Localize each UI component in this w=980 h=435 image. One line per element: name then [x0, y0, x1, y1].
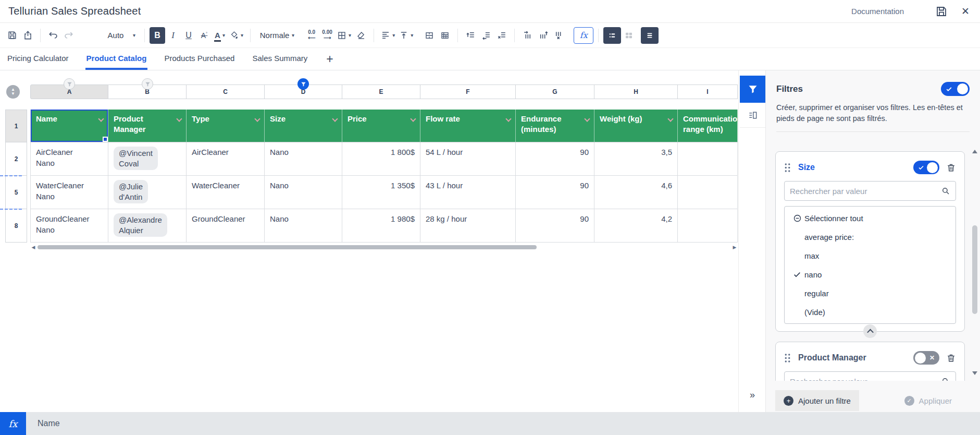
insert-column-left-button[interactable] [519, 27, 535, 44]
column-header-e[interactable]: E [342, 84, 420, 99]
merge-across-button[interactable] [437, 27, 453, 44]
trash-icon[interactable] [946, 353, 956, 363]
option-average-price[interactable]: average price: [785, 227, 956, 246]
drag-handle-icon[interactable] [784, 163, 791, 173]
add-sheet-button[interactable]: + [324, 48, 335, 70]
header-cell-endurance[interactable]: Endurance (minutes) [516, 110, 594, 142]
header-dropdown-icon[interactable] [410, 116, 416, 122]
select-all-icon[interactable]: ▲▼ [6, 85, 20, 99]
cell-i8[interactable] [678, 209, 738, 243]
collapse-card-button[interactable] [863, 324, 877, 338]
header-dropdown-icon[interactable] [332, 116, 338, 122]
insert-column-right-button[interactable] [535, 27, 551, 44]
scroll-right-icon[interactable]: ▶ [731, 245, 738, 250]
option-select-all[interactable]: Sélectionner tout [785, 209, 956, 227]
strikethrough-button[interactable]: A° [196, 27, 212, 44]
size-filter-toggle[interactable] [913, 161, 939, 174]
cell-h2[interactable]: 3,5 [594, 142, 678, 176]
delete-column-button[interactable] [551, 27, 566, 44]
view-cards-button[interactable] [621, 27, 637, 44]
formula-bar-value[interactable]: Name [38, 412, 60, 435]
cell-c8[interactable]: GroundCleaner [187, 209, 265, 243]
cell-e5[interactable]: 1 350$ [342, 176, 420, 209]
tab-pricing-calculator[interactable]: Pricing Calculator [6, 48, 70, 70]
insert-row-above-button[interactable] [463, 27, 478, 44]
header-dropdown-icon[interactable] [176, 116, 182, 122]
cell-d5[interactable]: Nano [265, 176, 342, 209]
cell-e2[interactable]: 1 800$ [342, 142, 420, 176]
close-icon[interactable]: ✕ [958, 4, 973, 19]
fill-handle[interactable] [103, 137, 108, 142]
row-header-8[interactable]: 8 [5, 209, 27, 243]
collapse-panel-icon[interactable]: » [739, 390, 766, 401]
underline-button[interactable]: U [181, 27, 196, 44]
scrollbar-track[interactable] [36, 244, 731, 250]
cell-g5[interactable]: 90 [516, 176, 594, 209]
header-dropdown-icon[interactable] [505, 116, 511, 122]
view-grid-button[interactable] [603, 27, 621, 44]
cell-g2[interactable]: 90 [516, 142, 594, 176]
filters-master-toggle[interactable] [941, 82, 970, 96]
column-header-i[interactable]: I [678, 84, 738, 99]
person-chip[interactable]: @Alexandre Alquier [114, 213, 167, 237]
scroll-left-icon[interactable]: ◀ [30, 245, 36, 250]
share-button[interactable] [20, 27, 35, 44]
document-title[interactable]: Tellurian Sales Spreadsheet [8, 5, 141, 17]
add-filter-button[interactable]: + Ajouter un filtre [775, 390, 859, 411]
cell-b2[interactable]: @Vincent Coval [108, 142, 187, 176]
tab-products-purchased[interactable]: Products Purchased [163, 48, 235, 70]
undo-button[interactable] [45, 27, 61, 44]
bold-button[interactable]: B [150, 27, 165, 44]
cell-e8[interactable]: 1 980$ [342, 209, 420, 243]
filters-panel-tab[interactable] [740, 76, 766, 103]
borders-button[interactable]: ▾ [335, 27, 353, 44]
cell-a2[interactable]: AirCleaner Nano [30, 142, 108, 176]
scrollbar-thumb[interactable] [38, 245, 537, 249]
column-header-f[interactable]: F [420, 84, 516, 99]
vertical-align-button[interactable]: ▾ [397, 27, 415, 44]
cell-f2[interactable]: 54 L / hour [420, 142, 516, 176]
person-chip[interactable]: @Julie d'Antin [114, 180, 148, 203]
save-icon[interactable] [934, 4, 949, 19]
clear-formatting-button[interactable] [353, 27, 369, 44]
header-cell-flow-rate[interactable]: Flow rate [420, 110, 516, 142]
tab-product-catalog[interactable]: Product Catalog [85, 48, 148, 70]
row-header-1[interactable]: 1 [5, 110, 27, 142]
redo-button[interactable] [61, 27, 77, 44]
cell-f8[interactable]: 28 kg / hour [420, 209, 516, 243]
column-header-c[interactable]: C [187, 84, 265, 99]
increase-decimal-button[interactable]: 0.00⟶ [319, 27, 335, 44]
header-cell-product-manager[interactable]: Product Manager [108, 110, 187, 142]
product-manager-filter-toggle[interactable]: ✕ [913, 351, 939, 365]
tab-sales-summary[interactable]: Sales Summary [251, 48, 308, 70]
header-cell-weight[interactable]: Weight (kg) [594, 110, 678, 142]
cell-b5[interactable]: @Julie d'Antin [108, 176, 187, 209]
header-cell-type[interactable]: Type [187, 110, 265, 142]
person-chip[interactable]: @Vincent Coval [114, 147, 158, 170]
cell-h8[interactable]: 4,2 [594, 209, 678, 243]
italic-button[interactable]: I [165, 27, 181, 44]
fill-color-button[interactable]: ▾ [228, 27, 245, 44]
header-cell-size[interactable]: Size [265, 110, 342, 142]
header-dropdown-icon[interactable] [254, 116, 260, 122]
search-icon[interactable] [941, 186, 950, 196]
header-dropdown-icon[interactable] [584, 116, 590, 122]
view-list-button[interactable] [641, 27, 659, 44]
cell-h5[interactable]: 4,6 [594, 176, 678, 209]
horizontal-align-button[interactable]: ▾ [379, 27, 397, 44]
format-panel-tab[interactable] [740, 103, 766, 128]
column-d-filter-icon[interactable] [297, 78, 309, 90]
fx-icon[interactable]: fx [0, 412, 26, 435]
option-max[interactable]: max [785, 246, 956, 265]
cell-d8[interactable]: Nano [265, 209, 342, 243]
delete-row-button[interactable] [494, 27, 510, 44]
header-cell-communication-range[interactable]: Communication range (km) [678, 110, 738, 142]
cell-c2[interactable]: AirCleaner [187, 142, 265, 176]
merge-cells-button[interactable] [421, 27, 437, 44]
column-header-h[interactable]: H [594, 84, 678, 99]
cell-a5[interactable]: WaterCleaner Nano [30, 176, 108, 209]
font-size-dropdown[interactable]: Auto ▾ [96, 27, 140, 44]
cell-d2[interactable]: Nano [265, 142, 342, 176]
cell-i5[interactable] [678, 176, 738, 209]
header-dropdown-icon[interactable] [667, 116, 673, 122]
